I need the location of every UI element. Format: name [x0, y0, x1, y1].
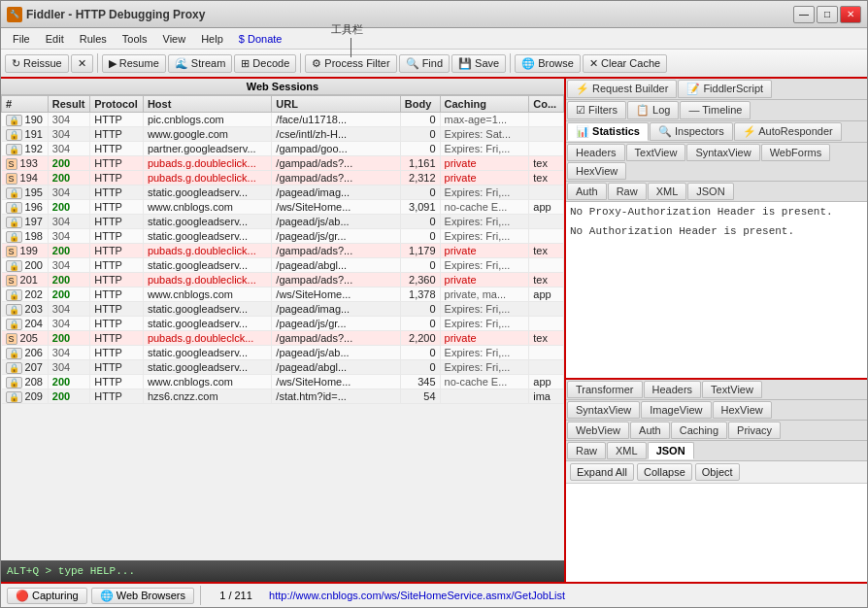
tab-json-top[interactable]: JSON	[687, 183, 733, 200]
tab-xml-bottom[interactable]: XML	[607, 442, 647, 459]
tab-inspectors[interactable]: 🔍 Inspectors	[650, 122, 733, 141]
table-row[interactable]: 🔒 209 200 HTTP hzs6.cnzz.com /stat.htm?i…	[2, 389, 564, 404]
cell-caching: Expires: Fri,...	[440, 317, 529, 331]
toolbar: ↻ Reissue ✕ ▶ Resume 🌊 Stream ⊞ Decode ⚙…	[1, 50, 867, 79]
table-row[interactable]: 🔒 191 304 HTTP www.google.com /cse/intl/…	[2, 127, 564, 142]
cell-host: www.google.com	[143, 127, 271, 142]
expand-all-button[interactable]: Expand All	[570, 463, 634, 481]
cell-caching: Expires: Fri,...	[440, 302, 529, 317]
table-row[interactable]: 🔒 190 304 HTTP pic.cnblogs.com /face/u11…	[2, 113, 564, 127]
content-line-3: No Authorization Header is present.	[570, 225, 863, 237]
menu-donate[interactable]: $ Donate	[231, 31, 290, 47]
browse-button[interactable]: 🌐 Browse	[515, 54, 581, 73]
decode-button[interactable]: ⊞ Decode	[234, 54, 296, 73]
capturing-button[interactable]: 🔴 Capturing	[7, 588, 87, 604]
tab-syntaxview-top[interactable]: SyntaxView	[686, 144, 759, 161]
table-row[interactable]: 🔒 202 200 HTTP www.cnblogs.com /ws/SiteH…	[2, 287, 564, 302]
tab-caching[interactable]: Caching	[671, 422, 727, 439]
cell-url: /stat.htm?id=...	[272, 389, 400, 404]
table-row[interactable]: 🔒 195 304 HTTP static.googleadserv... /p…	[2, 186, 564, 200]
remove-button[interactable]: ✕	[71, 54, 93, 73]
tab-fiddlerscript[interactable]: 📝 FiddlerScript	[678, 80, 772, 98]
cell-caching: private, ma...	[440, 287, 529, 302]
right-top-content: No Proxy-Authorization Header is present…	[566, 202, 867, 378]
table-row[interactable]: 🔒 203 304 HTTP static.googleadserv... /p…	[2, 302, 564, 317]
web-browsers-button[interactable]: 🌐 Web Browsers	[91, 588, 194, 604]
save-button[interactable]: 💾 Save	[451, 54, 506, 73]
table-row[interactable]: 🔒 207 304 HTTP static.googleadserv... /p…	[2, 360, 564, 375]
cell-content	[529, 186, 564, 200]
tab-xml-top[interactable]: XML	[648, 183, 687, 200]
cell-protocol: HTTP	[90, 302, 144, 317]
tab-raw-top[interactable]: Raw	[608, 183, 647, 200]
tab-imageview[interactable]: ImageView	[641, 401, 711, 419]
app-icon: 🔧	[7, 7, 22, 22]
collapse-button[interactable]: Collapse	[637, 463, 692, 481]
cell-protocol: HTTP	[90, 258, 144, 273]
table-row[interactable]: 🔒 196 200 HTTP www.cnblogs.com /ws/SiteH…	[2, 200, 564, 215]
tab-filters[interactable]: ☑ Filters	[567, 101, 626, 119]
tab-headers[interactable]: Headers	[567, 144, 625, 161]
resume-button[interactable]: ▶ Resume	[102, 54, 166, 73]
menu-view[interactable]: View	[155, 31, 194, 47]
tab-webforms[interactable]: WebForms	[761, 144, 831, 161]
table-row[interactable]: 🔒 204 304 HTTP static.googleadserv... /p…	[2, 317, 564, 331]
tab-syntaxview-bottom[interactable]: SyntaxView	[567, 401, 640, 419]
tab-textview[interactable]: TextView	[626, 144, 686, 161]
reissue-button[interactable]: ↻ Reissue	[5, 54, 69, 73]
tab-auth-bottom[interactable]: Auth	[630, 422, 670, 439]
menu-tools[interactable]: Tools	[115, 31, 155, 47]
table-row[interactable]: S 205 200 HTTP pubads.g.doubleclck... /g…	[2, 331, 564, 346]
table-row[interactable]: S 201 200 HTTP pubads.g.doubleclick... /…	[2, 273, 564, 287]
table-row[interactable]: 🔒 192 304 HTTP partner.googleadserv... /…	[2, 142, 564, 156]
clear-cache-button[interactable]: ✕ Clear Cache	[583, 54, 667, 73]
tab-webview[interactable]: WebView	[567, 422, 629, 439]
cell-result: 304	[48, 127, 89, 142]
cell-content	[529, 142, 564, 156]
cell-caching: no-cache E...	[440, 375, 529, 389]
command-bar[interactable]: ALT+Q > type HELP...	[1, 560, 564, 582]
col-body: Body	[400, 96, 440, 113]
object-button[interactable]: Object	[695, 463, 740, 481]
tab-auth-top[interactable]: Auth	[567, 183, 607, 200]
table-row[interactable]: S 194 200 HTTP pubads.g.doubleclick... /…	[2, 171, 564, 186]
tab-request-builder[interactable]: ⚡ Request Builder	[567, 80, 677, 98]
tab-log[interactable]: 📋 Log	[627, 101, 679, 119]
menu-help[interactable]: Help	[193, 31, 231, 47]
find-button[interactable]: 🔍 Find	[399, 54, 450, 73]
tab-raw-bottom[interactable]: Raw	[567, 442, 606, 459]
maximize-button[interactable]: □	[817, 6, 838, 23]
tab-hexview-top[interactable]: HexView	[567, 162, 626, 180]
table-row[interactable]: 🔒 198 304 HTTP static.googleadserv... /p…	[2, 229, 564, 244]
minimize-button[interactable]: —	[793, 6, 815, 23]
table-row[interactable]: 🔒 200 304 HTTP static.googleadserv... /p…	[2, 258, 564, 273]
table-row[interactable]: 🔒 197 304 HTTP static.googleadserv... /p…	[2, 215, 564, 229]
tab-json-bottom[interactable]: JSON	[648, 442, 694, 459]
right-bottom-content	[566, 484, 867, 582]
tab-transformer[interactable]: Transformer	[567, 381, 643, 398]
tab-hexview-bottom[interactable]: HexView	[713, 401, 772, 419]
cell-body: 2,200	[400, 331, 440, 346]
stream-button[interactable]: 🌊 Stream	[168, 54, 233, 73]
tab-autoresponder[interactable]: ⚡ AutoResponder	[734, 122, 842, 141]
tab-privacy[interactable]: Privacy	[728, 422, 781, 439]
cell-host: static.googleadserv...	[143, 229, 271, 244]
cell-body: 0	[400, 142, 440, 156]
sessions-table-container[interactable]: # Result Protocol Host URL Body Caching …	[1, 95, 564, 560]
cell-result: 200	[48, 375, 89, 389]
cell-url: /pagead/imag...	[272, 186, 400, 200]
tab-timeline[interactable]: — Timeline	[680, 101, 751, 119]
table-row[interactable]: S 199 200 HTTP pubads.g.doubleclick... /…	[2, 244, 564, 258]
cell-protocol: HTTP	[90, 156, 144, 171]
table-row[interactable]: 🔒 208 200 HTTP www.cnblogs.com /ws/SiteH…	[2, 375, 564, 389]
menu-rules[interactable]: Rules	[72, 31, 115, 47]
table-row[interactable]: S 193 200 HTTP pubads.g.doubleclick... /…	[2, 156, 564, 171]
close-button[interactable]: ✕	[840, 6, 861, 23]
tab-textview-bottom[interactable]: TextView	[702, 381, 762, 398]
tab-statistics[interactable]: 📊 Statistics	[567, 122, 649, 141]
tab-headers-bottom[interactable]: Headers	[644, 381, 702, 398]
cell-protocol: HTTP	[90, 113, 144, 127]
table-row[interactable]: 🔒 206 304 HTTP static.googleadserv... /p…	[2, 346, 564, 360]
menu-file[interactable]: File	[5, 31, 38, 47]
menu-edit[interactable]: Edit	[38, 31, 72, 47]
